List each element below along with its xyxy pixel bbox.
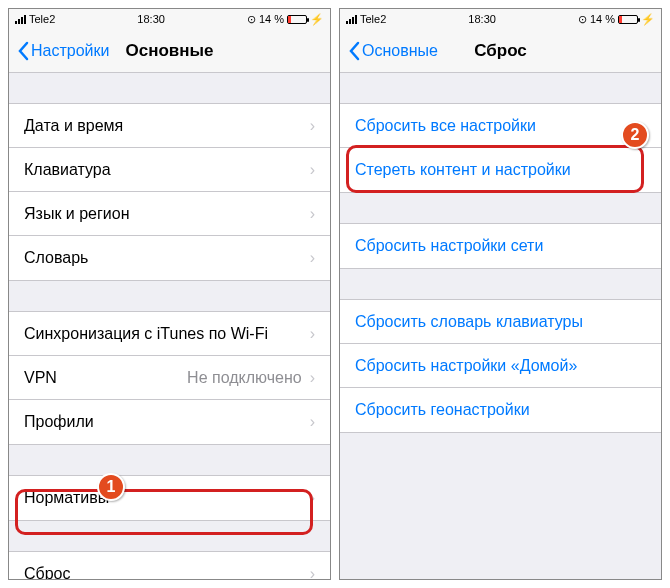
row-reset-keyboard-dict[interactable]: Сбросить словарь клавиатуры — [340, 300, 661, 344]
row-reset-location[interactable]: Сбросить геонастройки — [340, 388, 661, 432]
chevron-right-icon: › — [310, 161, 315, 179]
nav-bar: Основные Сброс — [340, 29, 661, 73]
chevron-right-icon: › — [310, 369, 315, 387]
row-dictionary[interactable]: Словарь› — [9, 236, 330, 280]
status-bar: Tele2 18:30 ⊙ 14 % ⚡ — [340, 9, 661, 29]
back-button[interactable]: Настройки — [17, 41, 109, 61]
content[interactable]: Сбросить все настройки Стереть контент и… — [340, 73, 661, 579]
nav-bar: Настройки Основные — [9, 29, 330, 73]
charging-icon: ⚡ — [641, 13, 655, 26]
chevron-left-icon — [348, 41, 360, 61]
clock: 18:30 — [137, 13, 165, 25]
row-itunes-wifi[interactable]: Синхронизация с iTunes по Wi-Fi› — [9, 312, 330, 356]
chevron-right-icon: › — [310, 489, 315, 507]
chevron-right-icon: › — [310, 249, 315, 267]
row-keyboard[interactable]: Клавиатура› — [9, 148, 330, 192]
content[interactable]: Дата и время› Клавиатура› Язык и регион›… — [9, 73, 330, 579]
back-label: Настройки — [31, 42, 109, 60]
carrier-label: Tele2 — [29, 13, 55, 25]
row-date-time[interactable]: Дата и время› — [9, 104, 330, 148]
chevron-left-icon — [17, 41, 29, 61]
phone-left: Tele2 18:30 ⊙ 14 % ⚡ Настройки Основные … — [8, 8, 331, 580]
chevron-right-icon: › — [310, 325, 315, 343]
row-vpn[interactable]: VPNНе подключено› — [9, 356, 330, 400]
carrier-label: Tele2 — [360, 13, 386, 25]
battery-pct: 14 % — [259, 13, 284, 25]
back-button[interactable]: Основные — [348, 41, 438, 61]
battery-pct: 14 % — [590, 13, 615, 25]
clock: 18:30 — [468, 13, 496, 25]
row-reset-all-settings[interactable]: Сбросить все настройки — [340, 104, 661, 148]
step-badge-2: 2 — [621, 121, 649, 149]
battery-icon — [287, 15, 307, 24]
alarm-icon: ⊙ — [247, 13, 256, 26]
signal-icon — [15, 15, 26, 24]
charging-icon: ⚡ — [310, 13, 324, 26]
back-label: Основные — [362, 42, 438, 60]
chevron-right-icon: › — [310, 205, 315, 223]
step-badge-1: 1 — [97, 473, 125, 501]
row-language-region[interactable]: Язык и регион› — [9, 192, 330, 236]
row-reset-network[interactable]: Сбросить настройки сети — [340, 224, 661, 268]
chevron-right-icon: › — [310, 117, 315, 135]
chevron-right-icon: › — [310, 413, 315, 431]
row-reset[interactable]: Сброс› — [9, 552, 330, 579]
chevron-right-icon: › — [310, 565, 315, 580]
signal-icon — [346, 15, 357, 24]
status-bar: Tele2 18:30 ⊙ 14 % ⚡ — [9, 9, 330, 29]
row-erase-content-settings[interactable]: Стереть контент и настройки — [340, 148, 661, 192]
row-profiles[interactable]: Профили› — [9, 400, 330, 444]
row-regulatory[interactable]: Нормативы› — [9, 476, 330, 520]
alarm-icon: ⊙ — [578, 13, 587, 26]
phone-right: Tele2 18:30 ⊙ 14 % ⚡ Основные Сброс Сбро… — [339, 8, 662, 580]
row-reset-home[interactable]: Сбросить настройки «Домой» — [340, 344, 661, 388]
battery-icon — [618, 15, 638, 24]
